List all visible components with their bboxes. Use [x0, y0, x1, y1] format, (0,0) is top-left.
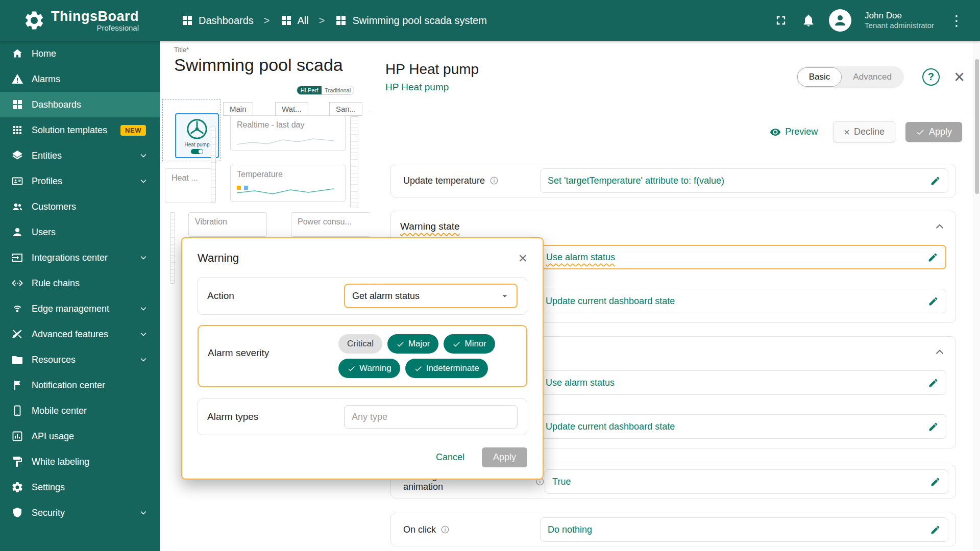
update-temperature-value[interactable]: Set 'targetTemperature' attribute to: f(…: [540, 168, 948, 193]
sidebar-item-customers[interactable]: Customers: [0, 194, 160, 219]
warning-state-action-value[interactable]: Update current dashboard state: [538, 289, 946, 313]
warning-state-source-value[interactable]: Use alarm status: [538, 245, 946, 269]
widget-heat[interactable]: Heat ...: [165, 168, 214, 203]
sidebar-item-rule-chains[interactable]: Rule chains: [0, 270, 160, 296]
sidebar-item-solution-templates[interactable]: Solution templates NEW: [0, 117, 160, 143]
dashboard-tab-water[interactable]: Wat...: [275, 102, 308, 116]
update-temperature-row: Update temperature Set 'targetTemperatur…: [390, 164, 956, 197]
severity-chip-warning[interactable]: Warning: [338, 359, 400, 378]
breadcrumb-current-dashboard[interactable]: Swimming pool scada system: [335, 14, 486, 27]
alarm-types-label: Alarm types: [207, 411, 344, 422]
thingsboard-gear-logo-icon: [23, 10, 45, 31]
thingsboard-logo[interactable]: ThingsBoard Professional: [0, 9, 160, 32]
chevron-down-icon: [138, 355, 149, 365]
edit-pencil-icon[interactable]: [930, 176, 941, 186]
traditional-option[interactable]: Traditional: [322, 86, 354, 94]
person-icon: [11, 226, 23, 238]
severity-chip-major[interactable]: Major: [387, 334, 439, 354]
user-name: John Doe: [865, 10, 934, 21]
severity-chip-minor[interactable]: Minor: [444, 334, 495, 354]
apply-button[interactable]: Apply: [905, 122, 962, 142]
widget-power-consumption[interactable]: Power consu...: [291, 212, 370, 237]
widget-realtime-chart[interactable]: Realtime - last day: [230, 115, 346, 151]
dashboards-grid-icon: [11, 98, 23, 111]
edit-pencil-icon[interactable]: [930, 477, 941, 487]
basic-mode-button[interactable]: Basic: [797, 67, 842, 87]
sidebar-item-alarms[interactable]: Alarms: [0, 66, 160, 92]
sidebar-item-users[interactable]: Users: [0, 219, 160, 245]
close-icon[interactable]: ×: [518, 251, 527, 266]
on-click-row: On click Do nothing: [390, 513, 956, 546]
heat-pump-widget-label: Heat pump: [185, 142, 210, 147]
advanced-mode-button[interactable]: Advanced: [842, 67, 903, 87]
chevron-up-icon[interactable]: [933, 345, 946, 359]
panel-title: HP Heat pump: [385, 61, 479, 78]
chevron-down-icon: [138, 253, 149, 263]
user-avatar[interactable]: [829, 9, 851, 32]
widget-vibration[interactable]: Vibration: [188, 212, 267, 237]
alarm-types-input[interactable]: [344, 405, 518, 429]
help-icon[interactable]: ?: [922, 68, 940, 86]
sidebar-item-mobile-center[interactable]: Mobile center: [0, 398, 160, 423]
sidebar-item-entities[interactable]: Entities: [0, 143, 160, 168]
dashboard-tab-main[interactable]: Main: [223, 102, 253, 116]
cancel-button[interactable]: Cancel: [434, 448, 467, 467]
sidebar-item-notification-center[interactable]: Notification center: [0, 372, 160, 398]
brand-subtitle: Professional: [96, 23, 139, 32]
action-select[interactable]: Get alarm status: [344, 284, 518, 308]
sidebar-item-white-labeling[interactable]: White labeling: [0, 449, 160, 474]
dialog-apply-button[interactable]: Apply: [482, 447, 527, 467]
second-state-action-value[interactable]: Update current dashboard state: [538, 414, 946, 439]
check-icon: [396, 340, 405, 348]
heat-pump-toggle[interactable]: [191, 149, 203, 154]
on-click-value[interactable]: Do nothing: [540, 517, 948, 542]
scrollbar-thumb[interactable]: [975, 59, 979, 194]
render-mode-toggle[interactable]: Hi-Perf Traditional: [297, 86, 354, 95]
sidebar-item-resources[interactable]: Resources: [0, 347, 160, 372]
sidebar-item-api-usage[interactable]: API usage: [0, 423, 160, 449]
dashboard-tab-sanitary[interactable]: San...: [329, 102, 362, 116]
sidebar-item-integrations-center[interactable]: Integrations center: [0, 245, 160, 270]
sidebar-item-advanced-features[interactable]: Advanced features: [0, 321, 160, 347]
animation-value[interactable]: True: [545, 469, 948, 494]
edit-pencil-icon[interactable]: [928, 296, 939, 307]
eye-icon: [770, 127, 781, 138]
breadcrumb-dashboards[interactable]: Dashboards: [181, 14, 254, 27]
sidebar-item-edge-management[interactable]: Edge management: [0, 296, 160, 321]
second-state-source-value[interactable]: Use alarm status: [538, 370, 946, 395]
panel-scrollbar[interactable]: [973, 41, 980, 551]
widget-temperature[interactable]: Temperature: [230, 165, 346, 202]
sidebar-item-security[interactable]: Security: [0, 500, 160, 525]
panel-toolbar: Preview × Decline Apply: [370, 113, 980, 147]
edit-pencil-icon[interactable]: [928, 421, 939, 432]
dashboard-title: Swimming pool scada: [174, 55, 343, 75]
smartphone-icon: [11, 405, 23, 417]
heat-pump-fan-icon: [185, 117, 209, 141]
dashboards-grid-icon: [181, 14, 193, 27]
breadcrumb-all[interactable]: All: [280, 14, 309, 27]
dashboard-title-label: Title*: [174, 46, 189, 54]
severity-chip-critical[interactable]: Critical: [338, 334, 382, 354]
shield-icon: [11, 507, 23, 519]
sidebar-item-home[interactable]: Home: [0, 41, 160, 66]
preview-button[interactable]: Preview: [765, 122, 823, 142]
decline-button[interactable]: × Decline: [833, 121, 895, 142]
apps-grid-icon: [11, 124, 23, 136]
sidebar-item-profiles[interactable]: Profiles: [0, 168, 160, 194]
edit-pencil-icon[interactable]: [927, 252, 938, 263]
chevron-up-icon[interactable]: [933, 220, 946, 233]
severity-chip-indeterminate[interactable]: Indeterminate: [405, 359, 488, 378]
vertical-gauge: [170, 212, 175, 284]
edit-pencil-icon[interactable]: [928, 378, 939, 388]
dropdown-arrow-icon: [499, 290, 510, 302]
close-icon[interactable]: ×: [954, 68, 965, 86]
sidebar-item-settings[interactable]: Settings: [0, 474, 160, 500]
hi-perf-option[interactable]: Hi-Perf: [297, 86, 322, 94]
update-temperature-label: Update temperature: [403, 176, 485, 186]
kebab-menu-icon[interactable]: ⋮: [947, 12, 966, 29]
notifications-bell-icon[interactable]: [801, 13, 816, 28]
fullscreen-icon[interactable]: [774, 13, 788, 28]
sidebar-item-dashboards[interactable]: Dashboards: [0, 92, 160, 117]
edit-pencil-icon[interactable]: [930, 524, 941, 535]
chevron-down-icon: [138, 508, 149, 518]
